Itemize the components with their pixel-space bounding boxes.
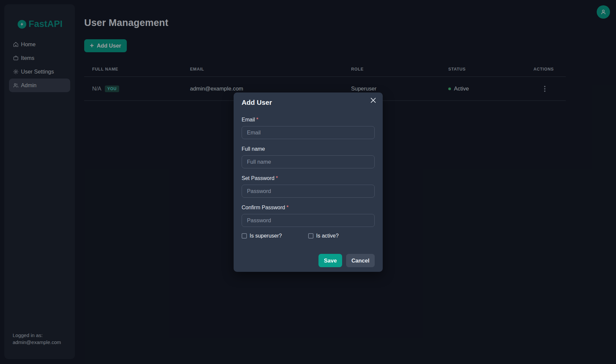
- cancel-button[interactable]: Cancel: [346, 254, 375, 267]
- full-name-input[interactable]: [242, 155, 375, 168]
- full-name-label: Full name: [242, 146, 375, 152]
- is-superuser-checkbox[interactable]: Is superuser?: [242, 233, 308, 239]
- modal-footer: Save Cancel: [234, 254, 383, 267]
- modal-body: Email* Full name Set Password* Confirm P…: [234, 117, 383, 239]
- checkbox-icon: [308, 233, 313, 239]
- save-button[interactable]: Save: [318, 254, 342, 267]
- modal-title: Add User: [242, 98, 375, 106]
- confirm-password-label: Confirm Password*: [242, 205, 375, 211]
- close-icon[interactable]: [368, 95, 378, 105]
- confirm-password-input[interactable]: [242, 214, 375, 227]
- modal-header: Add User: [234, 92, 383, 106]
- required-asterisk: *: [287, 205, 289, 210]
- is-active-checkbox[interactable]: Is active?: [308, 233, 375, 239]
- is-superuser-label: Is superuser?: [250, 233, 282, 239]
- required-asterisk: *: [276, 175, 278, 181]
- email-input[interactable]: [242, 126, 375, 139]
- checkbox-row: Is superuser? Is active?: [242, 233, 375, 239]
- set-password-label: Set Password*: [242, 175, 375, 181]
- email-label: Email*: [242, 117, 375, 123]
- set-password-input[interactable]: [242, 185, 375, 198]
- required-asterisk: *: [256, 117, 258, 122]
- is-active-label: Is active?: [316, 233, 339, 239]
- checkbox-icon: [242, 233, 247, 239]
- add-user-modal: Add User Email* Full name Set Password* …: [234, 92, 383, 272]
